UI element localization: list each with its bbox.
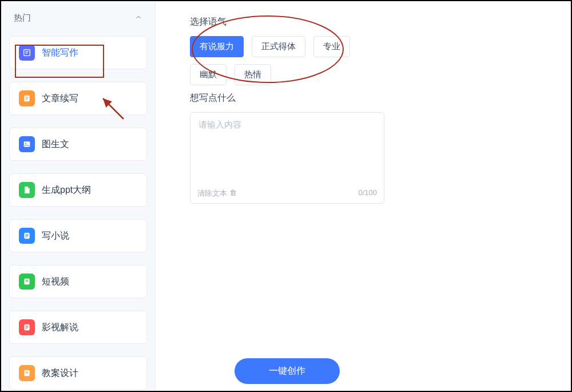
char-counter: 0/100 (358, 188, 377, 199)
sidebar-item-ppt-outline[interactable]: 生成ppt大纲 (9, 173, 147, 207)
sidebar-item-smart-writing[interactable]: 智能写作 (9, 36, 147, 69)
textarea-footer: 清除文本 🗑 0/100 (190, 185, 384, 203)
sidebar-item-movie-narration[interactable]: 影视解说 (9, 311, 147, 344)
sidebar-item-label: 影视解说 (42, 322, 78, 334)
svg-rect-10 (25, 234, 28, 235)
content-input[interactable] (190, 113, 384, 185)
svg-rect-14 (25, 280, 28, 280)
novel-icon (19, 228, 35, 244)
svg-rect-5 (25, 98, 28, 98)
sidebar-item-label: 短视频 (42, 276, 69, 288)
sidebar-item-label: 图生文 (42, 138, 69, 151)
tone-persuasive[interactable]: 有说服力 (190, 36, 244, 57)
svg-rect-21 (25, 371, 28, 372)
svg-rect-11 (25, 235, 28, 236)
lesson-icon (19, 365, 35, 381)
svg-rect-22 (25, 373, 28, 373)
clear-text-button[interactable]: 清除文本 🗑 (197, 188, 237, 199)
sidebar-item-image-to-text[interactable]: 图生文 (9, 128, 147, 161)
tone-options-row2: 幽默 热情 (190, 64, 548, 85)
prompt-section-label: 想写点什么 (190, 92, 548, 104)
tone-humorous[interactable]: 幽默 (190, 64, 227, 85)
sidebar-item-short-video[interactable]: 短视频 (9, 265, 147, 298)
svg-rect-18 (25, 327, 28, 327)
chevron-up-icon (134, 13, 142, 23)
tone-professional[interactable]: 专业 (313, 36, 350, 57)
ppt-icon (19, 182, 35, 198)
document-icon (19, 90, 35, 106)
svg-rect-6 (25, 99, 27, 100)
sidebar-item-novel-writing[interactable]: 写小说 (9, 219, 147, 252)
svg-rect-15 (25, 281, 28, 282)
svg-point-8 (25, 143, 26, 144)
trash-icon: 🗑 (229, 188, 237, 199)
image-icon (19, 136, 35, 152)
sidebar-item-continue-writing[interactable]: 文章续写 (9, 82, 147, 115)
movie-icon (19, 319, 35, 335)
tone-formal[interactable]: 正式得体 (252, 36, 305, 57)
tone-enthusiastic[interactable]: 热情 (235, 64, 271, 85)
sidebar: 热门 智能写作 文章续写 图生文 生成ppt大纲 写小说 (1, 1, 156, 391)
tone-options-row1: 有说服力 正式得体 专业 (190, 36, 548, 57)
tone-section-label: 选择语气 (190, 16, 548, 28)
create-button[interactable]: 一键创作 (235, 358, 340, 384)
svg-rect-4 (25, 97, 28, 97)
svg-rect-17 (25, 326, 28, 326)
content-textarea-wrap: 清除文本 🗑 0/100 (190, 112, 384, 204)
main-panel: 选择语气 有说服力 正式得体 专业 幽默 热情 想写点什么 清除文本 🗑 0/1… (156, 1, 571, 391)
sidebar-item-label: 生成ppt大纲 (42, 184, 91, 196)
svg-rect-12 (25, 236, 27, 237)
video-icon (19, 274, 35, 290)
sidebar-section-header[interactable]: 热门 (6, 6, 150, 30)
smart-writing-icon (19, 45, 35, 61)
sidebar-section-title: 热门 (14, 13, 31, 23)
sidebar-item-label: 写小说 (42, 230, 69, 242)
sidebar-item-lesson-plan[interactable]: 教案设计 (9, 357, 147, 390)
sidebar-item-label: 文章续写 (42, 93, 78, 105)
clear-text-label: 清除文本 (197, 188, 227, 199)
sidebar-item-label: 教案设计 (42, 367, 78, 379)
submit-bar: 一键创作 (190, 358, 384, 384)
sidebar-item-label: 智能写作 (42, 47, 78, 59)
svg-rect-19 (25, 328, 27, 328)
